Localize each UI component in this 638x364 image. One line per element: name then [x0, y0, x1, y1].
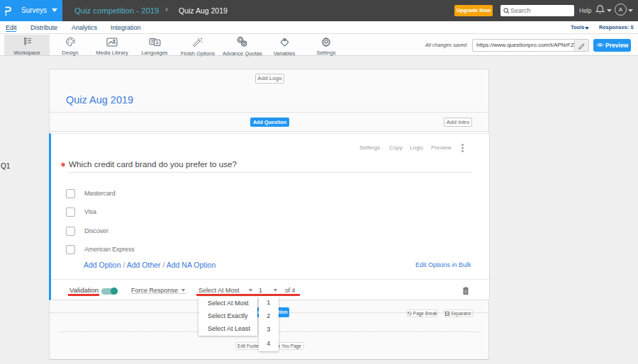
svg-text:A: A	[155, 40, 159, 45]
